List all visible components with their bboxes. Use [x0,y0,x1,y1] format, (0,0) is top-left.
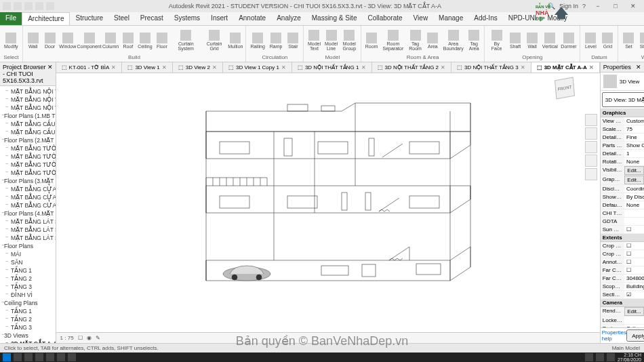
close-button[interactable]: ✕ [625,1,641,11]
view-tab[interactable]: ⬚KT-001 - TỜ BÌA✕ [56,62,123,73]
nav-zoom-icon[interactable] [585,155,597,167]
close-tab-icon[interactable]: ✕ [589,64,594,71]
browser-tree[interactable]: MẶT BẰNG NỘI THẤT TẦNG 1MẶT BẰNG NỘI THẤ… [0,86,56,343]
tree-item[interactable]: ĐỈNH VÌ [0,291,56,299]
view-tab[interactable]: ⬚3D NỘI THẤT TẦNG 3✕ [451,62,531,73]
shaft-button[interactable]: Shaft [508,27,523,54]
floor-button[interactable]: Floor [155,27,169,54]
view-scale[interactable]: 1 : 75 [60,335,74,341]
tree-item[interactable]: MÁI [0,250,56,258]
tab-analyze[interactable]: Analyze [271,12,306,25]
property-value[interactable]: ☐ [624,266,644,274]
property-value[interactable]: 75 [624,125,644,133]
view-tab[interactable]: ⬚3D View 1✕ [122,62,172,73]
property-row[interactable]: Graphic Displ...Edit... [601,176,644,185]
property-value[interactable]: Coordination [624,185,644,193]
tree-item[interactable]: Floor Plans [0,242,56,250]
close-tab-icon[interactable]: ✕ [162,64,167,71]
vertical-button[interactable]: Vertical [542,27,559,54]
property-value[interactable]: Building [624,283,644,290]
property-row[interactable]: Scope BoxBuilding [601,283,644,291]
tab-file[interactable]: File [0,12,22,25]
tab-architecture[interactable]: Architecture [22,12,70,25]
tree-item[interactable]: SÂN [0,258,56,266]
tab-modify[interactable]: Modify [542,12,572,25]
tab-structure[interactable]: Structure [70,12,108,25]
nav-pan-icon[interactable] [585,141,597,153]
wall-button[interactable]: Wall [26,27,41,54]
property-row[interactable]: Scale Value 1:75 [601,125,644,134]
viewcube-front[interactable]: FRONT [555,77,575,100]
grid-button[interactable]: Grid [600,27,615,54]
taskbar-app-icon[interactable] [35,353,43,361]
properties-list[interactable]: GraphicsView ScaleCustomScale Value 1:75… [601,109,644,327]
property-row[interactable]: Rotation on S...None [601,158,644,166]
property-row[interactable]: View ScaleCustom [601,117,644,125]
tree-item[interactable]: MẶT BẰNG NỘI THẤT TẦNG 2 [0,96,56,104]
tree-item[interactable]: MẶT BẰNG NỘI THẤT TẦNG 1 [0,87,56,96]
tab-precast[interactable]: Precast [135,12,169,25]
property-value[interactable]: Edit... [624,307,644,316]
set-button[interactable]: Set [621,27,636,54]
close-tab-icon[interactable]: ✕ [281,64,286,71]
roof-button[interactable]: Roof [121,27,136,54]
property-value[interactable]: ☑ [624,291,644,298]
3d-canvas[interactable]: FRONT [56,73,600,332]
maximize-button[interactable]: □ [607,1,624,11]
tab-insert[interactable]: Insert [205,12,233,25]
by-face-button[interactable]: By Face [487,27,506,54]
tree-item[interactable]: MẶT BẰNG CẦU THANG TẦNG 2-3 [0,128,56,136]
component-button[interactable]: Component [78,27,100,54]
mullion-button[interactable]: Mullion [228,27,243,54]
tree-item[interactable]: MẶT BẰNG TƯỜNG XÂY TẦNG 1 [0,144,56,153]
room-sep-button[interactable]: Room Separator [381,27,405,54]
property-value[interactable]: ☐ [624,242,644,249]
property-row[interactable]: Sun Path☐ [601,226,644,234]
tree-item[interactable]: MẶT BẰNG CẦU THANG TẦNG 1-2 [0,120,56,128]
view-tab[interactable]: ⬚3D NỘI THẤT TẦNG 1✕ [292,62,372,73]
taskbar-app-icon[interactable] [46,353,54,361]
tree-item[interactable]: MẶT BẰNG LÁT SÀN TẦNG 3 [0,234,56,242]
property-value[interactable] [624,209,644,217]
type-selector-dropdown[interactable]: 3D View: 3D MẶT CẮ [602,92,644,107]
property-value[interactable]: By Discipline [624,193,644,201]
qat-revit-icon[interactable] [3,2,11,10]
ceiling-button[interactable]: Ceiling [138,27,153,54]
model-group-button[interactable]: Model Group [341,27,358,54]
view-tab[interactable]: ⬚3D NỘI THẤT TẦNG 2✕ [372,62,452,73]
model-line-button[interactable]: Model Line [323,27,338,54]
tree-item[interactable]: Floor Plans (4.MẶT BẰNG LÁT SÀN) [0,209,56,218]
door-button[interactable]: Door [43,27,58,54]
property-row[interactable]: GDTA [601,218,644,226]
tray-wifi-icon[interactable] [596,353,604,361]
tree-item[interactable]: TẦNG 2 [0,315,56,323]
property-value[interactable]: 1 [624,150,644,157]
property-row[interactable]: CHI TIẾT [601,209,644,218]
status-icon[interactable]: ☐ [78,335,83,341]
tree-item[interactable]: MẶT BẰNG CỬA TẦNG 3 [0,201,56,209]
property-value[interactable]: None [624,158,644,165]
tree-item[interactable]: MẶT BẰNG CỬA TẦNG 1 [0,185,56,193]
wall-open-button[interactable]: Wall [525,27,540,54]
minimize-button[interactable]: − [590,1,606,11]
tab-annotate[interactable]: Annotate [233,12,271,25]
railing-button[interactable]: Railing [249,27,266,54]
tree-item[interactable]: TẦNG 2 [0,275,56,283]
tab-steel[interactable]: Steel [108,12,135,25]
apply-button[interactable]: Apply [626,329,644,342]
property-value[interactable]: ☐ [624,258,644,266]
tree-item[interactable]: MẶT BẰNG NỘI THẤT TẦNG 3 [0,104,56,112]
property-value[interactable]: None [624,201,644,209]
close-tab-icon[interactable]: ✕ [441,64,445,71]
taskbar-app-icon[interactable] [68,353,76,361]
tree-item[interactable]: Floor Plans (3.MẶT BẰNG CỬA) [0,177,56,185]
help-icon[interactable]: ? [582,3,586,9]
tag-room-button[interactable]: Tag Room [407,27,424,54]
tree-item[interactable]: MẶT BẰNG TƯỜNG XÂY TẦNG MÁI [0,169,56,177]
area-bound-button[interactable]: Area Boundary [442,27,464,54]
model-text-button[interactable]: Model Text [306,27,321,54]
property-value[interactable]: 304800.0 [624,275,644,282]
tree-item[interactable]: Floor Plans (1.MB THANG) [0,112,56,120]
tree-item[interactable]: TẦNG 3 [0,323,56,331]
properties-help-link[interactable]: Properties help [602,329,626,342]
